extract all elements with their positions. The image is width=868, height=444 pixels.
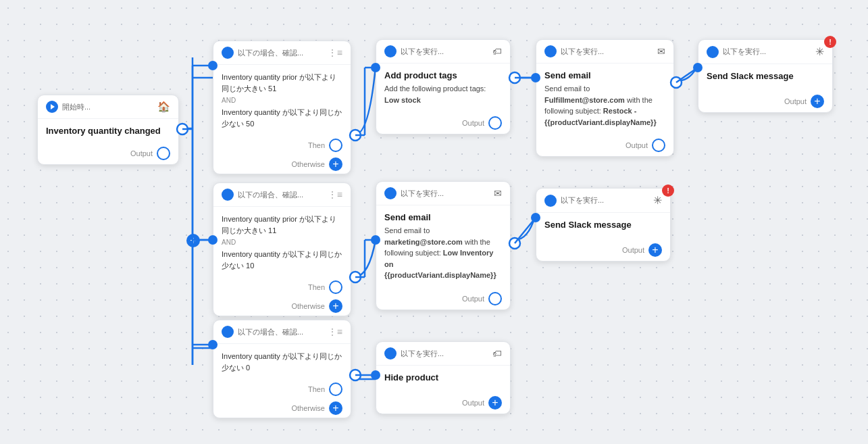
svg-line-27 — [515, 218, 536, 243]
trigger-output-label: Output — [130, 149, 153, 157]
action1-tags: Low stock — [384, 96, 421, 104]
action6-output-label: Output — [462, 399, 484, 407]
condition1-body: Inventory quantity prior が以下より同じか大きい 51 … — [213, 65, 351, 136]
condition3-otherwise-row: Otherwise + — [213, 399, 351, 418]
condition3-body: Inventory quantity が以下より同じか少ない 0 — [213, 344, 351, 380]
action4-footer: Output — [376, 288, 510, 310]
action4-email: marketing@store.com — [384, 238, 463, 246]
action4-header: 以下を実行... ✉ — [376, 182, 510, 205]
condition1-then-btn[interactable] — [329, 139, 342, 152]
action3-output-btn[interactable]: + — [811, 95, 824, 108]
condition1-cond1: Inventory quantity prior が以下より同じか大きい 51 — [222, 72, 342, 94]
condition3-cond1: Inventory quantity が以下より同じか少ない 0 — [222, 351, 342, 373]
action6-body: Hide product — [376, 366, 510, 392]
action3-node: ! 以下を実行... ✳ Send Slack message Output + — [698, 39, 833, 113]
condition1-otherwise-btn[interactable]: + — [329, 157, 342, 171]
action3-title: Send Slack message — [707, 71, 824, 81]
action5-footer: Output + — [536, 239, 670, 261]
condition2-dot — [222, 189, 234, 201]
condition3-then-row: Then — [213, 380, 351, 399]
action2-node: 以下を実行... ✉ Send email Send email to Fulf… — [536, 39, 674, 157]
condition2-otherwise-row: Otherwise + — [213, 297, 351, 316]
condition2-cond2: Inventory quantity が以下より同じか少ない 10 — [222, 249, 342, 271]
action2-output-btn[interactable] — [652, 139, 665, 152]
action5-dot — [544, 195, 557, 207]
svg-point-21 — [350, 272, 361, 282]
action1-output-label: Output — [462, 119, 484, 127]
branch-plus[interactable]: + — [186, 234, 200, 247]
action2-email: Fulfillment@store.com — [544, 96, 625, 104]
action4-title: Send email — [384, 212, 502, 222]
action4-dot — [384, 187, 397, 199]
action5-node: ! 以下を実行... ✳ Send Slack message Output + — [536, 188, 671, 262]
trigger-header: 開始時... 🏠 — [38, 95, 178, 119]
action2-mail-icon: ✉ — [657, 46, 665, 57]
action1-label: 以下を実行... — [401, 47, 444, 57]
condition1-dot — [222, 47, 234, 59]
action6-node: 以下を実行... 🏷 Hide product Output + — [376, 341, 511, 414]
trigger-label: 開始時... — [62, 102, 91, 112]
action2-body: Send email Send email to Fulfillment@sto… — [536, 64, 673, 134]
condition3-header: 以下の場合、確認... ⋮≡ — [213, 320, 351, 344]
action6-tag-icon: 🏷 — [492, 348, 502, 359]
action1-node: 以下を実行... 🏷 Add product tags Add the foll… — [376, 39, 511, 134]
action3-header: 以下を実行... ✳ — [698, 40, 832, 64]
action2-output-label: Output — [626, 141, 648, 149]
condition3-otherwise-label: Otherwise — [291, 404, 325, 412]
action6-dot — [384, 347, 397, 360]
condition2-then-btn[interactable] — [329, 280, 342, 294]
action1-footer: Output — [376, 112, 510, 134]
action5-label: 以下を実行... — [561, 195, 604, 205]
action3-label: 以下を実行... — [723, 47, 766, 57]
action5-title: Send Slack message — [544, 220, 662, 230]
action2-dot — [544, 45, 557, 57]
condition1-and: AND — [222, 97, 342, 104]
action5-slack-icon: ✳ — [653, 194, 662, 207]
condition3-label: 以下の場合、確認... — [238, 327, 303, 337]
action1-header: 以下を実行... 🏷 — [376, 40, 510, 64]
condition3-then-label: Then — [308, 385, 325, 393]
action2-header: 以下を実行... ✉ — [536, 40, 673, 64]
condition2-body: Inventory quantity prior が以下より同じか大きい 11 … — [213, 207, 351, 278]
condition1-cond2: Inventory quantity が以下より同じか少ない 50 — [222, 107, 342, 129]
action5-output-btn[interactable]: + — [648, 243, 662, 257]
action3-error-badge: ! — [824, 36, 836, 48]
condition1-menu[interactable]: ⋮≡ — [328, 47, 342, 58]
condition2-then-row: Then — [213, 278, 351, 297]
condition2-menu[interactable]: ⋮≡ — [328, 189, 342, 200]
condition1-node: 以下の場合、確認... ⋮≡ Inventory quantity prior … — [213, 41, 351, 174]
action1-desc: Add the following product tags: Low stoc… — [384, 83, 502, 105]
action4-output-label: Output — [462, 295, 484, 303]
action4-mail-icon: ✉ — [494, 188, 502, 199]
trigger-output-btn[interactable] — [157, 147, 170, 160]
action1-dot — [384, 45, 397, 57]
condition1-then-label: Then — [308, 141, 325, 149]
action2-desc: Send email to Fulfillment@store.com with… — [544, 83, 665, 128]
condition1-then-row: Then — [213, 136, 351, 155]
action1-body: Add product tags Add the following produ… — [376, 64, 510, 112]
action4-label: 以下を実行... — [401, 189, 444, 199]
action3-output-label: Output — [784, 97, 807, 105]
action6-output-btn[interactable]: + — [488, 396, 502, 410]
action5-body: Send Slack message — [536, 213, 670, 239]
action4-body: Send email Send email to marketing@store… — [376, 205, 510, 288]
action2-label: 以下を実行... — [561, 47, 604, 57]
action4-node: 以下を実行... ✉ Send email Send email to mark… — [376, 181, 511, 310]
action4-output-btn[interactable] — [488, 292, 502, 305]
condition3-then-btn[interactable] — [329, 383, 342, 396]
action1-output-btn[interactable] — [488, 116, 502, 130]
action5-output-label: Output — [622, 246, 644, 254]
condition2-otherwise-label: Otherwise — [291, 302, 325, 310]
condition3-menu[interactable]: ⋮≡ — [328, 326, 342, 337]
action3-body: Send Slack message — [698, 64, 832, 91]
condition1-header: 以下の場合、確認... ⋮≡ — [213, 41, 351, 65]
action2-title: Send email — [544, 70, 665, 80]
condition2-otherwise-btn[interactable]: + — [329, 299, 342, 313]
condition3-otherwise-btn[interactable]: + — [329, 401, 342, 415]
trigger-home-icon: 🏠 — [157, 101, 170, 113]
action5-error-badge: ! — [662, 184, 674, 197]
action1-tag-icon: 🏷 — [492, 46, 502, 57]
svg-point-29 — [350, 370, 361, 380]
action2-footer: Output — [536, 134, 673, 156]
trigger-body: Inventory quantity changed — [38, 119, 178, 143]
